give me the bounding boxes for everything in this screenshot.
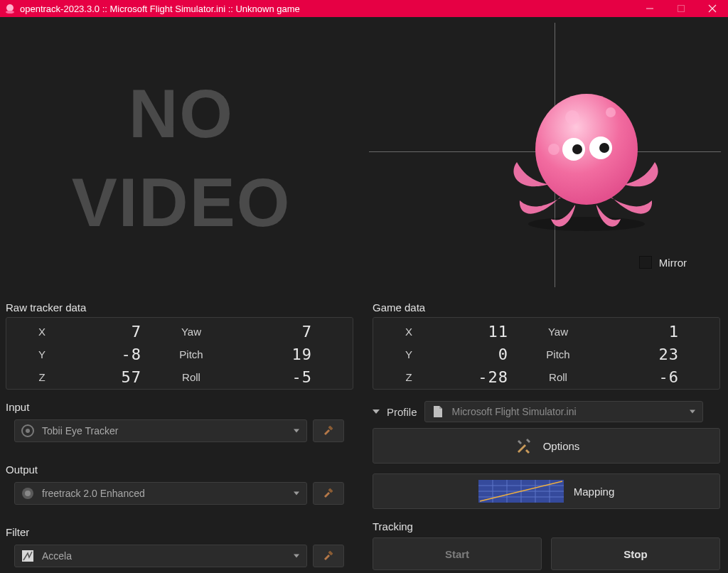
tools-icon [513, 436, 533, 456]
profile-row: Profile Microsoft Flight Simulator.ini [373, 401, 703, 422]
video-placeholder: NO VIDEO [0, 17, 363, 300]
mirror-label: Mirror [659, 257, 687, 269]
filter-settings-button[interactable] [313, 545, 344, 567]
svg-point-8 [565, 110, 579, 124]
game-roll-value: -6 [636, 368, 679, 386]
profile-select[interactable]: Microsoft Flight Simulator.ini [424, 401, 703, 422]
game-y-label: Y [387, 348, 430, 360]
svg-point-14 [599, 143, 609, 153]
start-label: Start [445, 548, 469, 560]
chevron-down-icon [294, 555, 299, 558]
svg-point-19 [25, 491, 31, 496]
game-yaw-label: Yaw [537, 326, 579, 338]
game-pitch-label: Pitch [537, 348, 579, 360]
output-value: freetrack 2.0 Enhanced [42, 488, 145, 499]
options-label: Options [543, 440, 580, 452]
stop-button[interactable]: Stop [551, 537, 720, 570]
chevron-down-icon [294, 492, 299, 496]
mirror-checkbox-row[interactable]: Mirror [639, 256, 687, 269]
svg-rect-3 [678, 6, 685, 12]
raw-x-label: X [21, 326, 63, 338]
stop-label: Stop [623, 548, 647, 560]
input-settings-button[interactable] [313, 419, 344, 442]
raw-z-value: 57 [99, 368, 141, 386]
profile-value: Microsoft Flight Simulator.ini [452, 406, 577, 417]
game-z-label: Z [387, 371, 430, 383]
minimize-button[interactable] [634, 0, 665, 17]
raw-pitch-value: 19 [269, 346, 312, 363]
game-title: Game data [373, 301, 425, 314]
filter-value: Accela [42, 550, 72, 562]
game-yaw-value: 1 [636, 323, 679, 341]
eye-tracker-icon [21, 424, 35, 438]
profile-menu-arrow[interactable] [373, 409, 380, 414]
accela-icon [21, 549, 35, 563]
raw-x-value: 7 [99, 323, 141, 341]
close-button[interactable] [697, 0, 728, 17]
output-settings-button[interactable] [313, 482, 344, 505]
svg-rect-20 [328, 488, 333, 493]
raw-roll-label: Roll [170, 371, 213, 383]
output-select[interactable]: freetrack 2.0 Enhanced [14, 482, 307, 505]
mapping-graph-icon [478, 478, 564, 504]
mapping-label: Mapping [574, 486, 615, 498]
window-title: opentrack-2023.3.0 :: Microsoft Flight S… [20, 4, 300, 14]
svg-rect-22 [328, 550, 333, 555]
hammer-icon [322, 424, 335, 437]
svg-point-1 [6, 11, 14, 14]
file-icon [431, 405, 445, 419]
pose-preview: Mirror [369, 17, 721, 300]
mapping-button[interactable]: Mapping [373, 473, 720, 509]
raw-y-value: -8 [99, 346, 141, 363]
raw-yaw-value: 7 [269, 323, 312, 341]
svg-point-13 [572, 144, 582, 154]
svg-point-9 [606, 107, 616, 117]
filter-label: Filter [6, 526, 29, 538]
start-button[interactable]: Start [373, 537, 542, 570]
raw-yaw-label: Yaw [170, 326, 213, 338]
svg-rect-17 [328, 425, 333, 430]
game-y-value: 0 [466, 346, 508, 363]
chevron-down-icon [294, 429, 299, 433]
app-icon [4, 3, 16, 14]
game-roll-label: Roll [537, 371, 579, 383]
raw-y-label: Y [21, 348, 63, 360]
application-window: opentrack-2023.3.0 :: Microsoft Flight S… [0, 0, 728, 573]
maximize-button [665, 0, 697, 17]
hammer-icon [322, 487, 335, 500]
window-body: NO VIDEO [0, 17, 728, 573]
hammer-icon [322, 550, 335, 562]
upper-area: NO VIDEO [0, 17, 728, 300]
tracking-label: Tracking [373, 520, 413, 532]
octopus-icon [504, 78, 668, 237]
input-value: Tobii Eye Tracker [42, 425, 118, 437]
raw-pitch-label: Pitch [170, 348, 213, 360]
options-button[interactable]: Options [373, 428, 720, 464]
output-label: Output [6, 464, 38, 476]
profile-label: Profile [387, 406, 417, 418]
raw-roll-value: -5 [269, 368, 312, 386]
svg-point-10 [548, 144, 560, 155]
game-z-value: -28 [466, 368, 508, 386]
input-select[interactable]: Tobii Eye Tracker [14, 419, 307, 442]
novideo-line2: VIDEO [72, 159, 291, 247]
chevron-down-icon [690, 410, 695, 414]
novideo-line1: NO [72, 70, 291, 159]
game-x-value: 11 [466, 323, 508, 341]
freetrack-icon [21, 486, 35, 500]
game-data-box: X11 Y0 Z-28 Yaw1 Pitch23 Roll-6 [373, 317, 720, 390]
svg-point-0 [6, 4, 14, 11]
mirror-checkbox[interactable] [639, 256, 652, 269]
filter-select[interactable]: Accela [14, 545, 307, 567]
input-label: Input [6, 401, 29, 413]
raw-z-label: Z [21, 371, 63, 383]
titlebar[interactable]: opentrack-2023.3.0 :: Microsoft Flight S… [0, 0, 728, 17]
raw-data-box: X7 Y-8 Z57 Yaw7 Pitch19 Roll-5 [6, 317, 353, 390]
game-pitch-value: 23 [636, 346, 679, 363]
svg-point-6 [528, 217, 645, 231]
svg-point-16 [26, 429, 30, 433]
game-x-label: X [387, 326, 430, 338]
raw-title: Raw tracker data [6, 301, 86, 314]
